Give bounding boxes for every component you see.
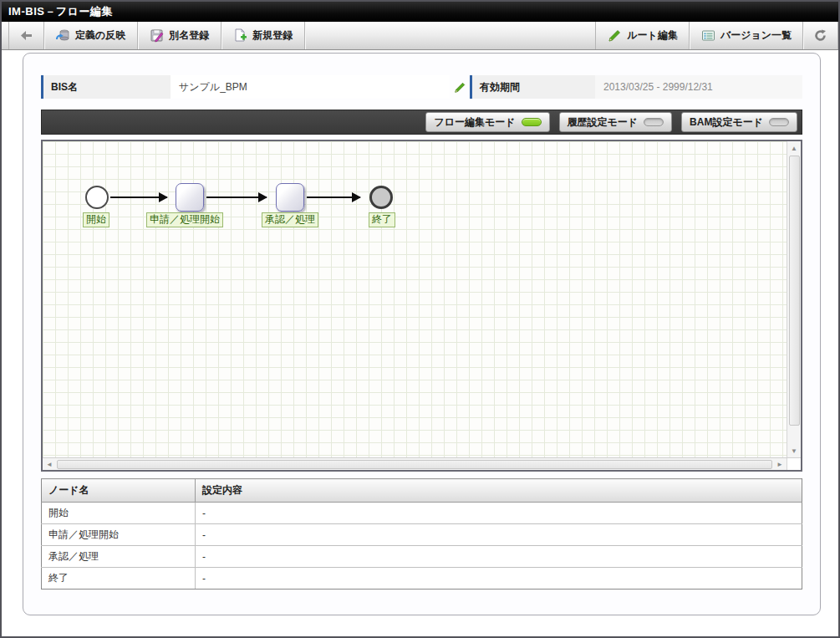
flow-connector-2[interactable] bbox=[206, 197, 267, 198]
scroll-left-icon[interactable]: ◄ bbox=[43, 458, 56, 471]
flow-node-task2-label: 承認／処理 bbox=[262, 212, 318, 227]
mode-button-flow-edit[interactable]: フロー編集モード bbox=[425, 112, 549, 132]
valid-period-value: 2013/03/25 - 2999/12/31 bbox=[595, 75, 802, 99]
mode-flow-edit-label: フロー編集モード bbox=[434, 115, 515, 130]
valid-period-label: 有効期間 bbox=[472, 75, 595, 99]
flow-node-end[interactable] bbox=[369, 186, 393, 209]
reflect-definition-label: 定義の反映 bbox=[75, 28, 125, 43]
flow-canvas-container: 開始 申請／処理開始 承認／処理 終了 ▲ ▼ ◄ ► bbox=[41, 140, 802, 472]
flow-node-task2[interactable] bbox=[276, 183, 304, 212]
scrollbar-corner bbox=[787, 458, 801, 470]
vertical-scroll-thumb[interactable] bbox=[789, 156, 800, 426]
flow-canvas[interactable]: 開始 申請／処理開始 承認／処理 終了 bbox=[43, 141, 787, 457]
alias-register-label: 別名登録 bbox=[169, 28, 209, 43]
toolbar: 定義の反映 別名登録 新規登録 bbox=[2, 22, 838, 50]
flow-connector-1[interactable] bbox=[110, 197, 167, 198]
reflect-definition-button[interactable]: 定義の反映 bbox=[44, 22, 138, 49]
table-header-row: ノード名 設定内容 bbox=[42, 479, 802, 503]
setting-value-cell: - bbox=[196, 503, 802, 524]
mode-flow-edit-indicator-on bbox=[522, 118, 542, 126]
page-title: IM-BIS－フロー編集 bbox=[8, 4, 113, 19]
flow-connector-3[interactable] bbox=[307, 197, 360, 198]
canvas-horizontal-scrollbar[interactable]: ◄ ► bbox=[43, 458, 787, 470]
main-area: BIS名 サンプル_BPM 有効期間 2013/03/25 - 2999/12/… bbox=[2, 50, 838, 636]
flow-node-task1-label: 申請／処理開始 bbox=[146, 212, 223, 227]
node-settings-table: ノード名 設定内容 開始 - 申請／処理開始 - 承認／処理 - bbox=[41, 478, 802, 590]
back-button[interactable] bbox=[8, 22, 44, 49]
scroll-up-icon[interactable]: ▲ bbox=[787, 141, 802, 155]
bis-name-value: サンプル_BPM bbox=[171, 75, 450, 99]
table-row[interactable]: 承認／処理 - bbox=[42, 546, 802, 568]
column-header-setting: 設定内容 bbox=[196, 479, 802, 503]
floppy-edit-icon bbox=[150, 28, 164, 43]
mode-bam-setting-label: BAM設定モード bbox=[690, 115, 763, 130]
scroll-right-icon[interactable]: ► bbox=[773, 458, 787, 471]
flow-node-task1[interactable] bbox=[176, 183, 204, 212]
horizontal-scroll-thumb[interactable] bbox=[57, 460, 772, 469]
bis-name-field: BIS名 サンプル_BPM bbox=[41, 75, 470, 99]
database-reflect-icon bbox=[56, 28, 70, 43]
node-name-cell: 申請／処理開始 bbox=[42, 524, 196, 546]
toolbar-spacer bbox=[305, 22, 596, 49]
back-arrow-icon bbox=[19, 28, 33, 43]
refresh-button[interactable] bbox=[802, 22, 838, 49]
new-register-label: 新規登録 bbox=[252, 28, 293, 43]
list-icon bbox=[701, 28, 715, 43]
mode-bam-setting-indicator-off bbox=[769, 118, 789, 126]
table-row[interactable]: 申請／処理開始 - bbox=[42, 524, 802, 546]
mode-button-bam-setting[interactable]: BAM設定モード bbox=[681, 112, 797, 132]
content-panel: BIS名 サンプル_BPM 有効期間 2013/03/25 - 2999/12/… bbox=[23, 53, 821, 615]
node-name-cell: 承認／処理 bbox=[42, 546, 196, 568]
table-row[interactable]: 終了 - bbox=[42, 568, 802, 590]
route-edit-button[interactable]: ルート編集 bbox=[595, 22, 690, 49]
flow-node-start-label: 開始 bbox=[83, 212, 109, 227]
version-list-button[interactable]: バージョン一覧 bbox=[689, 22, 803, 49]
mode-history-setting-label: 履歴設定モード bbox=[568, 115, 639, 130]
flow-node-start[interactable] bbox=[85, 186, 109, 209]
setting-value-cell: - bbox=[196, 568, 802, 590]
alias-register-button[interactable]: 別名登録 bbox=[138, 22, 221, 49]
toolbar-right-group: ルート編集 バージョン一覧 bbox=[596, 22, 838, 49]
bis-name-edit-button[interactable] bbox=[450, 75, 470, 99]
mode-button-history-setting[interactable]: 履歴設定モード bbox=[559, 112, 673, 132]
column-header-node-name: ノード名 bbox=[42, 479, 196, 503]
pencil-icon bbox=[608, 28, 622, 43]
bis-name-label: BIS名 bbox=[43, 75, 171, 99]
node-name-cell: 終了 bbox=[42, 568, 196, 590]
setting-value-cell: - bbox=[196, 546, 802, 568]
node-name-cell: 開始 bbox=[42, 503, 196, 524]
flow-node-end-label: 終了 bbox=[369, 212, 395, 227]
table-row[interactable]: 開始 - bbox=[42, 503, 802, 524]
canvas-vertical-scrollbar[interactable]: ▲ ▼ bbox=[787, 141, 801, 457]
app-window: IM-BIS－フロー編集 定義の反映 別名登録 bbox=[0, 0, 840, 638]
mode-history-setting-indicator-off bbox=[644, 118, 664, 126]
new-register-button[interactable]: 新規登録 bbox=[221, 22, 305, 49]
route-edit-label: ルート編集 bbox=[627, 28, 678, 43]
setting-value-cell: - bbox=[196, 524, 802, 546]
canvas-horizontal-scrollbar-row: ◄ ► bbox=[43, 457, 801, 470]
scroll-down-icon[interactable]: ▼ bbox=[787, 444, 802, 457]
new-document-icon bbox=[233, 28, 247, 43]
field-row: BIS名 サンプル_BPM 有効期間 2013/03/25 - 2999/12/… bbox=[41, 75, 802, 99]
edit-pencil-icon bbox=[454, 81, 466, 94]
refresh-icon bbox=[813, 28, 827, 43]
title-bar: IM-BIS－フロー編集 bbox=[2, 2, 838, 22]
mode-bar: フロー編集モード 履歴設定モード BAM設定モード bbox=[41, 110, 802, 135]
valid-period-field: 有効期間 2013/03/25 - 2999/12/31 bbox=[470, 75, 802, 99]
version-list-label: バージョン一覧 bbox=[720, 28, 792, 43]
